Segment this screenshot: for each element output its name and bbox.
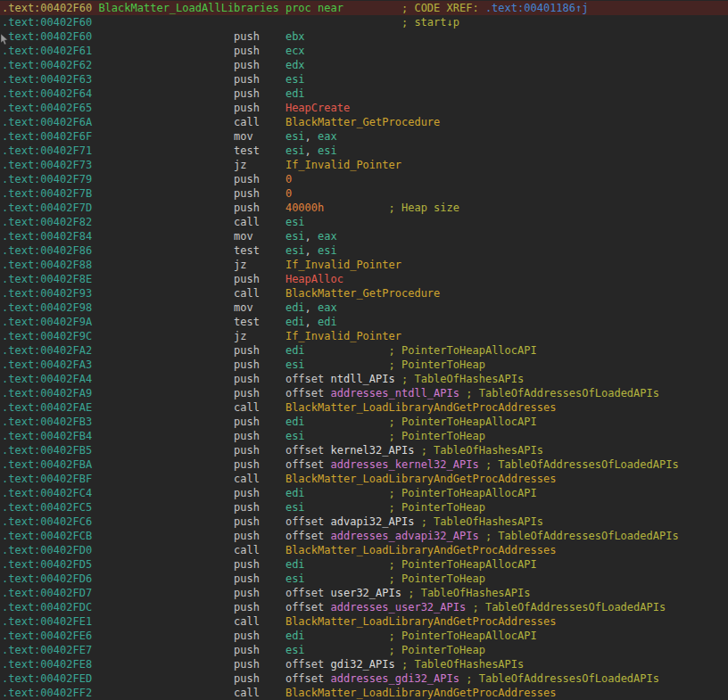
disassembly-line-current[interactable]: .text:00402F60 BlackMatter_LoadAllLibrar… bbox=[0, 1, 728, 15]
register-operand: eax bbox=[318, 130, 337, 143]
disassembly-line[interactable]: .text:00402F64 push edi bbox=[0, 86, 728, 101]
disassembly-line[interactable]: .text:00402FDC push offset addresses_use… bbox=[0, 600, 728, 614]
disassembly-line[interactable]: .text:00402F86 test esi, esi bbox=[0, 243, 728, 258]
spacer bbox=[92, 630, 234, 642]
comment: ; TableOfAddressesOfLoadedAPIs bbox=[485, 530, 679, 542]
label-reference: If_Invalid_Pointer bbox=[285, 259, 401, 271]
token: push bbox=[234, 558, 260, 571]
register-operand: esi bbox=[318, 244, 337, 257]
spacer bbox=[247, 159, 285, 171]
token: push bbox=[234, 601, 260, 614]
disassembly-line[interactable]: .text:00402FC6 push offset advapi32_APIs… bbox=[0, 515, 728, 529]
spacer bbox=[92, 501, 234, 514]
disassembly-line[interactable]: .text:00402FD6 push esi ; PointerToHeap bbox=[0, 572, 728, 586]
disassembly-line[interactable]: .text:00402F9C jz If_Invalid_Pointer bbox=[0, 329, 728, 343]
disassembly-line[interactable]: .text:00402F93 call BlackMatter_GetProce… bbox=[0, 286, 728, 301]
disassembly-line[interactable]: .text:00402FB3 push edi ; PointerToHeapA… bbox=[0, 415, 728, 429]
token: push bbox=[234, 87, 260, 100]
disassembly-line[interactable]: .text:00402F84 mov esi, eax bbox=[0, 229, 728, 243]
comment: ; PointerToHeap bbox=[389, 358, 485, 371]
register-operand: eax bbox=[318, 230, 337, 243]
spacer bbox=[92, 358, 234, 371]
spacer bbox=[92, 644, 234, 656]
disassembly-line[interactable]: .text:00402F71 test esi, esi bbox=[0, 144, 728, 158]
line-address: .text:00402F6F bbox=[2, 130, 92, 143]
disassembly-line[interactable]: .text:00402F88 jz If_Invalid_Pointer bbox=[0, 258, 728, 272]
spacer bbox=[253, 130, 285, 143]
token: push bbox=[234, 572, 260, 585]
disassembly-line[interactable]: .text:00402F63 push esi bbox=[0, 72, 728, 86]
register-operand: esi bbox=[285, 644, 305, 656]
disassembly-line[interactable]: .text:00402F98 mov edi, eax bbox=[0, 301, 728, 315]
disassembly-line[interactable]: .text:00402FD5 push edi ; PointerToHeapA… bbox=[0, 557, 728, 572]
spacer bbox=[247, 330, 285, 342]
comment: ; PointerToHeap bbox=[389, 572, 485, 585]
token: push bbox=[234, 358, 260, 371]
disassembly-line[interactable]: .text:00402F6A call BlackMatter_GetProce… bbox=[0, 115, 728, 129]
disassembly-line[interactable]: .text:00402FBF call BlackMatter_LoadLibr… bbox=[0, 472, 728, 486]
line-address: .text:00402FA4 bbox=[2, 373, 92, 385]
disassembly-line[interactable]: .text:00402FED push offset addresses_gdi… bbox=[0, 671, 728, 686]
disassembly-line[interactable]: .text:00402FE1 call BlackMatter_LoadLibr… bbox=[0, 614, 728, 629]
disassembly-line[interactable]: .text:00402FE7 push esi ; PointerToHeap bbox=[0, 643, 728, 657]
disassembly-line[interactable]: .text:00402FF2 call BlackMatter_LoadLibr… bbox=[0, 686, 728, 700]
disassembly-line[interactable]: .text:00402FA9 push offset addresses_ntd… bbox=[0, 386, 728, 400]
disassembly-line[interactable]: .text:00402F7D push 40000h ; Heap size bbox=[0, 201, 728, 215]
disassembly-line[interactable]: .text:00402F73 jz If_Invalid_Pointer bbox=[0, 158, 728, 172]
spacer bbox=[260, 430, 285, 442]
comment: ; TableOfHashesAPIs bbox=[401, 373, 524, 385]
spacer bbox=[92, 102, 234, 114]
register-operand: esi bbox=[285, 501, 305, 514]
disassembly-line[interactable]: .text:00402FD0 call BlackMatter_LoadLibr… bbox=[0, 543, 728, 557]
register-operand: esi bbox=[285, 430, 305, 442]
mouse-cursor bbox=[0, 34, 9, 45]
disassembly-line[interactable]: .text:00402F82 call esi bbox=[0, 215, 728, 229]
disassembly-line[interactable]: .text:00402FB5 push offset kernel32_APIs… bbox=[0, 443, 728, 457]
spacer bbox=[305, 416, 389, 428]
spacer bbox=[92, 216, 234, 228]
token: call bbox=[234, 287, 260, 300]
spacer bbox=[260, 116, 285, 128]
disassembly-line[interactable]: .text:00402F60 ; start↓p bbox=[0, 15, 728, 29]
disassembly-line[interactable]: .text:00402F60 push ebx bbox=[0, 29, 728, 44]
disassembly-line[interactable]: .text:00402F8E push HeapAlloc bbox=[0, 272, 728, 286]
disassembly-line[interactable]: .text:00402FAE call BlackMatter_LoadLibr… bbox=[0, 400, 728, 415]
disassembly-line[interactable]: .text:00402FA3 push esi ; PointerToHeap bbox=[0, 358, 728, 372]
disassembly-line[interactable]: .text:00402FA2 push edi ; PointerToHeapA… bbox=[0, 343, 728, 358]
spacer bbox=[260, 558, 285, 571]
comment: ; CODE XREF: bbox=[401, 2, 485, 14]
disassembly-line[interactable]: .text:00402FB4 push esi ; PointerToHeap bbox=[0, 429, 728, 443]
register-operand: esi bbox=[285, 230, 305, 243]
token: test bbox=[234, 244, 260, 257]
token: push bbox=[234, 487, 260, 499]
token: push bbox=[234, 173, 260, 185]
spacer bbox=[260, 630, 285, 642]
data-table-label: addresses_kernel32_APIs bbox=[331, 458, 479, 471]
disassembly-line[interactable]: .text:00402F65 push HeapCreate bbox=[0, 101, 728, 115]
line-address: .text:00402F7D bbox=[2, 202, 92, 214]
spacer bbox=[305, 630, 389, 642]
disassembly-line[interactable]: .text:00402F62 push edx bbox=[0, 58, 728, 72]
spacer bbox=[260, 587, 285, 599]
disassembly-line[interactable]: .text:00402FE6 push edi ; PointerToHeapA… bbox=[0, 629, 728, 643]
disassembly-line[interactable]: .text:00402FA4 push offset ntdll_APIs ; … bbox=[0, 372, 728, 386]
disassembly-line[interactable]: .text:00402F79 push 0 bbox=[0, 172, 728, 186]
disassembler-code-view: .text:00402F60 BlackMatter_LoadAllLibrar… bbox=[0, 0, 728, 700]
line-address: .text:00402FCB bbox=[2, 530, 92, 542]
disassembly-line[interactable]: .text:00402FE8 push offset gdi32_APIs ; … bbox=[0, 657, 728, 671]
disassembly-line[interactable]: .text:00402F9A test edi, edi bbox=[0, 315, 728, 329]
spacer bbox=[253, 301, 285, 314]
data-table-label: addresses_user32_APIs bbox=[331, 601, 467, 614]
spacer bbox=[260, 416, 285, 428]
disassembly-line[interactable]: .text:00402FD7 push offset user32_APIs ;… bbox=[0, 586, 728, 600]
disassembly-line[interactable]: .text:00402FC4 push edi ; PointerToHeapA… bbox=[0, 486, 728, 500]
disassembly-line[interactable]: .text:00402F61 push ecx bbox=[0, 44, 728, 58]
disassembly-line[interactable]: .text:00402F6F mov esi, eax bbox=[0, 129, 728, 144]
disassembly-line[interactable]: .text:00402F7B push 0 bbox=[0, 186, 728, 201]
token: push bbox=[234, 530, 260, 542]
token bbox=[414, 515, 420, 528]
line-address: .text:00402FA9 bbox=[2, 387, 92, 399]
disassembly-line[interactable]: .text:00402FCB push offset addresses_adv… bbox=[0, 529, 728, 543]
disassembly-line[interactable]: .text:00402FC5 push esi ; PointerToHeap bbox=[0, 500, 728, 515]
disassembly-line[interactable]: .text:00402FBA push offset addresses_ker… bbox=[0, 457, 728, 472]
